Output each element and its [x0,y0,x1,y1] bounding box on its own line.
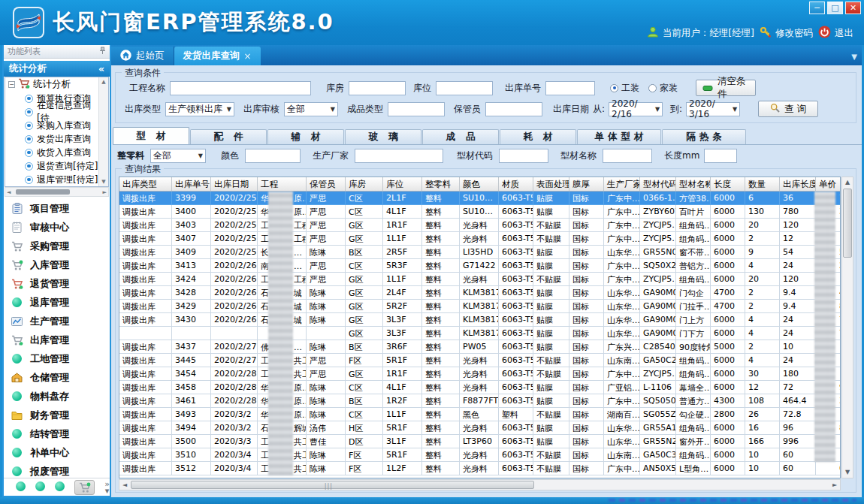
tree-hscroll-thumb[interactable] [16,189,70,195]
whole-part-select[interactable]: 全部▼ [150,149,206,163]
warehouse-input[interactable] [349,81,406,95]
color-input[interactable] [245,149,301,163]
jiazhuang-radio[interactable] [648,84,657,92]
close-button[interactable]: ✕ [845,2,861,14]
column-header[interactable]: 出库单号 [172,177,211,191]
location-input[interactable] [436,81,493,95]
table-row[interactable]: 调拨出库34242020/2/26工工程严思G区1L1F整料光身料6063-T5… [119,273,840,286]
scroll-right-icon[interactable]: ► [829,480,840,490]
minimize-button[interactable]: ─ [809,2,825,14]
tree-item[interactable]: 发货出库查询 [5,132,98,146]
out-type-select[interactable]: 生产领料出库▼ [165,102,234,116]
tab-close-icon[interactable]: × [244,51,252,62]
collapse-icon[interactable]: « [98,63,104,74]
hscroll-thumb[interactable]: ||| [131,481,534,489]
table-row[interactable]: 调拨出库35002020/3/3工共工程曹佳D区3L1F整料LT3P606063… [119,435,840,448]
date-from-select[interactable]: 2020/ 2/16▼ [609,102,663,116]
pin-icon[interactable] [99,47,106,57]
tree-horizontal-scrollbar[interactable]: ◄ ► [5,187,109,197]
profile-code-input[interactable] [499,149,548,163]
order-no-input[interactable] [545,81,595,95]
vscroll-thumb[interactable] [843,189,852,258]
column-header[interactable]: 颜色 [460,177,499,191]
gongzhuang-radio[interactable] [610,84,618,92]
tree-item[interactable]: 退库管理[待定] [5,173,98,186]
column-header[interactable]: 型材名称 [676,177,711,191]
sidebar-menu-item[interactable]: 退库管理 [4,293,110,312]
maximize-button[interactable]: □ [827,2,843,14]
scroll-down-icon[interactable]: ▼ [842,467,853,478]
tree-item[interactable]: 收货入库查询 [5,146,98,159]
column-header[interactable]: 库位 [383,177,422,191]
column-header[interactable]: 膜厚 [569,177,604,191]
cart-icon[interactable] [74,480,95,495]
table-row[interactable]: 调拨出库34132020/2/26南…严思C区5R3F整料G714226063-… [119,259,840,273]
sidebar-menu-item[interactable]: 退货管理 [4,274,110,293]
sidebar-menu-item[interactable]: 工地管理 [4,349,110,368]
tab-start-page[interactable]: 起始页 [111,47,174,65]
scroll-left-icon[interactable]: ◄ [119,480,130,490]
date-to-select[interactable]: 2020/ 3/16▼ [686,102,740,116]
table-row[interactable]: 调拨出库34452020/2/27工共工程严思F区5R1F整料光身料6063-T… [119,354,840,367]
table-row[interactable]: 调拨出库34942020/3/2石辉城汤伟H区5R1F整料光身料6063-T5贴… [119,421,840,435]
profile-name-input[interactable] [603,149,652,163]
table-row[interactable]: 调拨出库34092020/2/25长…陈琳B区2R5F整料LI35HD6063-… [119,246,840,259]
sidebar-menu-item[interactable]: 项目管理 [4,199,110,218]
search-button[interactable]: 查 询 [758,101,818,117]
product-type-input[interactable] [388,102,445,116]
column-header[interactable]: 材质 [499,177,533,191]
material-tab[interactable]: 单体型材 [577,129,661,144]
table-row[interactable]: 调拨出库33992020/2/25华原…严思C区2L1F整料SU10…6063-… [119,192,840,205]
scroll-right-icon[interactable]: ► [103,189,107,195]
column-header[interactable]: 库房 [346,177,383,191]
change-password-button[interactable]: 修改密码 [760,26,813,41]
sidebar-menu-item[interactable]: 结转管理 [4,424,110,443]
column-header[interactable]: 生产厂家 [604,177,640,191]
sidebar-overflow-button[interactable]: »▾ [104,481,110,494]
scroll-up-icon[interactable]: ▲ [842,177,853,188]
table-horizontal-scrollbar[interactable]: ◄ ||| ► [119,479,841,490]
column-header[interactable]: 单价 [816,177,841,191]
column-header[interactable]: 整零料 [422,177,460,191]
column-header[interactable]: 工程 [258,177,307,191]
tree-item[interactable]: 在途信息查询[待 [5,105,98,119]
column-header[interactable]: 表面处理 [533,177,569,191]
table-row[interactable]: 调拨出库34002020/2/25华原…严思C区4L1F整料SU10…6063-… [119,205,840,219]
tree-item[interactable]: 退货查询[待定] [5,159,98,173]
sidebar-menu-item[interactable]: 生产管理 [4,312,110,330]
sidebar-menu-item[interactable]: 补单中心 [4,443,110,462]
sidebar-menu-item[interactable]: 财务管理 [4,406,110,424]
table-row[interactable]: 调拨出库34582020/2/28华原…陈琳C区4L1F整料光身料6063-T5… [119,381,840,394]
column-header[interactable]: 出库日期 [211,177,258,191]
column-header[interactable]: 保管员 [307,177,346,191]
circle-icon[interactable] [16,480,26,494]
tree-item[interactable]: 采购入库查询 [5,119,98,132]
column-header[interactable]: 型材代码 [640,177,676,191]
factory-input[interactable] [355,149,443,163]
table-row[interactable]: 调拨出库34542020/2/28工共工程严思G区1R1F整料光身料6063-T… [119,367,840,381]
sidebar-menu-item[interactable]: 入库管理 [4,255,110,274]
project-name-input[interactable] [170,81,311,95]
sidebar-menu-item[interactable]: 仓储管理 [4,368,110,387]
scroll-up-icon[interactable]: ▲ [99,77,108,86]
tree-expander-icon[interactable]: − [8,81,15,88]
material-tab[interactable]: 型材 [113,127,189,144]
tab-shipment-outbound-query[interactable]: 发货出库查询× [174,47,261,65]
clear-conditions-button[interactable]: 清空条件 [696,80,756,96]
material-tab[interactable]: 耗材 [500,129,576,144]
tab-list-dropdown-icon[interactable]: ▼ [851,53,857,61]
column-header[interactable]: 出库类型 [119,177,172,191]
logout-button[interactable]: 退出 [818,26,853,41]
material-tab[interactable]: 隔热条 [662,129,746,144]
scroll-left-icon[interactable]: ◄ [7,189,11,195]
material-tab[interactable]: 辅材 [267,129,344,144]
tree-root-statistics[interactable]: −统计分析 [5,77,98,92]
material-tab[interactable]: 成品 [422,129,499,144]
table-row[interactable]: 调拨出库34292020/2/26石城陈琳G区5R2F整料KLM38176063… [119,300,840,313]
table-row[interactable]: 调拨出库34072020/2/25工工程严思G区1L1F整料光身料6063-T5… [119,232,840,246]
sidebar-menu-item[interactable]: 物料盘存 [4,387,110,406]
table-row[interactable]: 调拨出库34282020/2/26石城陈琳G区2L4F整料KLM38176063… [119,286,840,300]
sidebar-menu-item[interactable]: 出库管理 [4,330,110,349]
table-row[interactable]: 调拨出库35102020/3/4工共工程陈琳F区5R1F整料光身料6063-T5… [119,448,840,462]
length-input[interactable] [704,149,737,163]
